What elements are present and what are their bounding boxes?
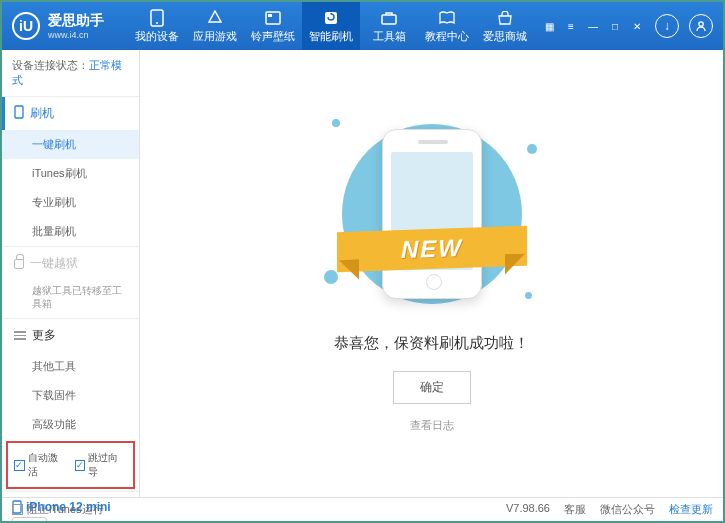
svg-rect-2 bbox=[266, 12, 280, 24]
sidebar-item-itunes-flash[interactable]: iTunes刷机 bbox=[2, 159, 139, 188]
sidebar-item-pro-flash[interactable]: 专业刷机 bbox=[2, 188, 139, 217]
apps-icon bbox=[206, 9, 224, 27]
block-itunes-checkbox[interactable]: 阻止iTunes运行 bbox=[12, 502, 104, 517]
tab-tutorials[interactable]: 教程中心 bbox=[418, 2, 476, 50]
ribbon-text: NEW bbox=[401, 234, 463, 264]
footer-wechat-link[interactable]: 微信公众号 bbox=[600, 502, 655, 517]
tab-label: 爱思商城 bbox=[483, 29, 527, 44]
jailbreak-note: 越狱工具已转移至工具箱 bbox=[2, 280, 139, 318]
tab-apps[interactable]: 应用游戏 bbox=[186, 2, 244, 50]
sidebar-item-oneclick-flash[interactable]: 一键刷机 bbox=[2, 130, 139, 159]
check-label: 跳过向导 bbox=[88, 451, 127, 479]
option-checkboxes: ✓自动激活 ✓跳过向导 bbox=[6, 441, 135, 489]
sidebar-header-label: 刷机 bbox=[30, 105, 54, 122]
block-itunes-label: 阻止iTunes运行 bbox=[27, 502, 104, 517]
checkbox-skip-guide[interactable]: ✓跳过向导 bbox=[75, 451, 128, 479]
brand-title: 爱思助手 bbox=[48, 12, 104, 30]
tab-label: 铃声壁纸 bbox=[251, 29, 295, 44]
tab-label: 智能刷机 bbox=[309, 29, 353, 44]
app-logo: iU bbox=[12, 12, 40, 40]
tab-ringtones[interactable]: 铃声壁纸 bbox=[244, 2, 302, 50]
sidebar-item-batch-flash[interactable]: 批量刷机 bbox=[2, 217, 139, 246]
book-icon bbox=[438, 9, 456, 27]
titlebar: iU 爱思助手 www.i4.cn 我的设备 应用游戏 铃声壁纸 智能刷机 工具… bbox=[2, 2, 723, 50]
tab-store[interactable]: 爱思商城 bbox=[476, 2, 534, 50]
version-text: V7.98.66 bbox=[506, 502, 550, 517]
svg-point-6 bbox=[699, 22, 703, 26]
hamburger-icon bbox=[14, 331, 26, 340]
sidebar-header-label: 更多 bbox=[32, 327, 56, 344]
lock-icon bbox=[14, 259, 24, 269]
confirm-button[interactable]: 确定 bbox=[393, 371, 471, 404]
store-icon bbox=[496, 9, 514, 27]
maximize-icon[interactable]: □ bbox=[607, 18, 623, 34]
svg-rect-3 bbox=[268, 14, 272, 17]
main-area: 设备连接状态：正常模式 刷机 一键刷机 iTunes刷机 专业刷机 批量刷机 一… bbox=[2, 50, 723, 497]
content-area: NEW 恭喜您，保资料刷机成功啦！ 确定 查看日志 bbox=[140, 50, 723, 497]
svg-rect-7 bbox=[15, 106, 23, 118]
sidebar-item-download-firmware[interactable]: 下载固件 bbox=[2, 381, 139, 410]
check-label: 自动激活 bbox=[28, 451, 67, 479]
sidebar-item-advanced[interactable]: 高级功能 bbox=[2, 410, 139, 439]
checkbox-auto-activate[interactable]: ✓自动激活 bbox=[14, 451, 67, 479]
window-controls: ▦ ≡ — □ ✕ ↓ bbox=[541, 14, 713, 38]
menu-icon[interactable]: ▦ bbox=[541, 18, 557, 34]
tab-label: 教程中心 bbox=[425, 29, 469, 44]
phone-small-icon bbox=[14, 105, 24, 122]
download-button[interactable]: ↓ bbox=[655, 14, 679, 38]
sidebar-header-more[interactable]: 更多 bbox=[2, 319, 139, 352]
tab-label: 工具箱 bbox=[373, 29, 406, 44]
user-button[interactable] bbox=[689, 14, 713, 38]
status-label: 设备连接状态： bbox=[12, 59, 89, 71]
brand-block: 爱思助手 www.i4.cn bbox=[48, 12, 104, 40]
nav-tabs: 我的设备 应用游戏 铃声壁纸 智能刷机 工具箱 教程中心 爱思商城 bbox=[128, 2, 534, 50]
tab-label: 我的设备 bbox=[135, 29, 179, 44]
view-log-link[interactable]: 查看日志 bbox=[410, 418, 454, 433]
flash-icon bbox=[322, 9, 340, 27]
svg-rect-5 bbox=[382, 15, 396, 24]
tab-toolbox[interactable]: 工具箱 bbox=[360, 2, 418, 50]
lines-icon[interactable]: ≡ bbox=[563, 18, 579, 34]
svg-point-1 bbox=[156, 22, 158, 24]
tab-label: 应用游戏 bbox=[193, 29, 237, 44]
success-illustration: NEW bbox=[352, 114, 512, 314]
tab-smart-flash[interactable]: 智能刷机 bbox=[302, 2, 360, 50]
brand-url: www.i4.cn bbox=[48, 30, 104, 40]
connection-status: 设备连接状态：正常模式 bbox=[2, 50, 139, 96]
sidebar: 设备连接状态：正常模式 刷机 一键刷机 iTunes刷机 专业刷机 批量刷机 一… bbox=[2, 50, 140, 497]
sidebar-item-other-tools[interactable]: 其他工具 bbox=[2, 352, 139, 381]
sidebar-header-jailbreak[interactable]: 一键越狱 bbox=[2, 247, 139, 280]
sidebar-header-flash[interactable]: 刷机 bbox=[2, 97, 139, 130]
phone-icon bbox=[148, 9, 166, 27]
wallpaper-icon bbox=[264, 9, 282, 27]
success-message: 恭喜您，保资料刷机成功啦！ bbox=[334, 334, 529, 353]
footer-update-link[interactable]: 检查更新 bbox=[669, 502, 713, 517]
tab-my-device[interactable]: 我的设备 bbox=[128, 2, 186, 50]
minimize-icon[interactable]: — bbox=[585, 18, 601, 34]
footer-service-link[interactable]: 客服 bbox=[564, 502, 586, 517]
storage-badge: 64GB bbox=[12, 517, 47, 523]
toolbox-icon bbox=[380, 9, 398, 27]
close-icon[interactable]: ✕ bbox=[629, 18, 645, 34]
sidebar-header-label: 一键越狱 bbox=[30, 255, 78, 272]
